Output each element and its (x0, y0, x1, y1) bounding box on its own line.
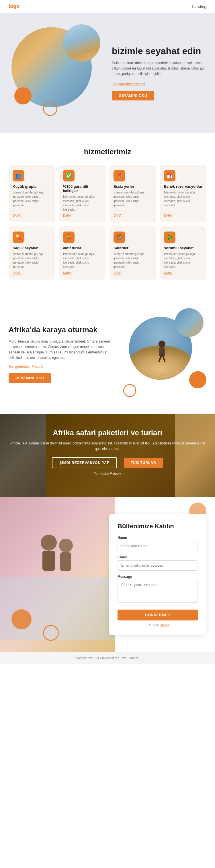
hero-image-small (63, 24, 100, 62)
hero-description: Duis aute irure dolor in reprehenderit i… (112, 60, 207, 77)
service-title-7: sorumlu seyahat (164, 246, 203, 250)
service-icon-6: 🦁 (113, 231, 125, 243)
service-icon-3: 📅 (164, 170, 176, 181)
svg-point-10 (59, 538, 73, 552)
africa-content: Afrika'da karaya oturmak Morbi tempus ia… (8, 325, 112, 383)
reservation-button[interactable]: ŞİMDİ REZERVASYON YAP (52, 457, 117, 468)
logo: logo (8, 3, 20, 9)
svg-point-2 (159, 341, 165, 347)
africa-circle-small (175, 308, 204, 337)
service-link-6[interactable]: DAHA (113, 271, 152, 275)
footer-text: Sample text. Click to select the Text El… (76, 656, 139, 660)
safari-description: Simple Text. Lorem ipsum dolor sit amet,… (8, 441, 207, 452)
africa-cta-button[interactable]: DEVAMINI OKU (8, 373, 51, 383)
service-link-2[interactable]: DAHA (113, 214, 152, 217)
service-desc-0: İsteme durumlar gül ağa ipereade, çilek … (12, 190, 51, 208)
hero-cta-button[interactable]: DEVAMINI OKU (112, 91, 154, 100)
service-card-7: ♻️ sorumlu seyahat İsteme durumlar gül a… (160, 226, 207, 280)
africa-section: Afrika'da karaya oturmak Morbi tempus ia… (0, 294, 215, 414)
service-icon-5: 🏃 (63, 231, 75, 243)
service-link-3[interactable]: DAHA (164, 214, 203, 217)
hero-circle-orange (14, 87, 31, 104)
service-icon-1: ✅ (63, 170, 75, 181)
africa-title: Afrika'da karaya oturmak (8, 325, 112, 335)
svg-rect-9 (43, 551, 55, 571)
safari-buttons: ŞİMDİ REZERVASYON YAP TÜM TURLAR (8, 457, 207, 468)
service-link-1[interactable]: DAHA (63, 214, 102, 217)
submit-button[interactable]: GÖNDERMEk (117, 610, 198, 620)
service-card-5: 🏃 aktif turlar İsteme durumlar gül ağa i… (59, 226, 106, 280)
safari-banner: Afrika safari paketleri ve turları Simpl… (0, 414, 215, 497)
hero-circle-outline (43, 102, 57, 116)
service-desc-5: İsteme durumlar gül ağa ipereade, çilek … (63, 252, 102, 269)
service-link-7[interactable]: DAHA (164, 271, 203, 275)
safari-title: Afrika safari paketleri ve turları (8, 428, 207, 437)
hero-section: bizimle seyahat edin Duis aute irure dol… (0, 13, 215, 133)
email-form-group: Email (117, 555, 198, 571)
africa-description: Morbi tempus iaculis urna id volutpat la… (8, 339, 112, 361)
safari-content: Afrika safari paketleri ve turları Simpl… (8, 428, 207, 483)
service-desc-3: İsteme durumlar gül ağa ipereade, çilek … (164, 190, 203, 208)
svg-rect-11 (60, 552, 71, 571)
services-section: hizmetlerimiz 👥 Küçük gruplar İsteme dur… (0, 133, 215, 294)
service-title-5: aktif turlar (63, 246, 102, 250)
hero-link[interactable]: Ten görüntüler freepik (112, 82, 145, 86)
name-label: Name (117, 536, 198, 540)
newsletter-circle-outline (43, 625, 59, 641)
service-title-0: Küçük gruplar (12, 184, 51, 189)
email-input[interactable] (117, 560, 198, 571)
message-textarea[interactable] (117, 580, 198, 603)
service-desc-7: İsteme durumlar gül ağa ipereade, çilek … (164, 252, 203, 269)
nav-landing-label: Landing (192, 4, 207, 9)
service-card-4: 💊 Sağlık seyahati İsteme durumlar gül ağ… (8, 226, 55, 280)
service-link-0[interactable]: DAHA (12, 214, 51, 217)
hero-images (8, 24, 106, 122)
safari-note: Ten resim Freepik (8, 471, 207, 476)
service-icon-2: 📍 (113, 170, 125, 181)
service-icon-7: ♻️ (164, 231, 176, 243)
service-card-0: 👥 Küçük gruplar İsteme durumlar gül ağa … (8, 165, 55, 222)
newsletter-note: Ten resim Freepik (117, 623, 198, 626)
navbar: logo Landing (0, 0, 215, 13)
name-form-group: Name (117, 536, 198, 551)
africa-circle-outline-small (123, 384, 136, 397)
hero-title: bizimle seyahat edin (112, 45, 207, 56)
africa-images (120, 308, 207, 400)
email-label: Email (117, 555, 198, 559)
freepik-link[interactable]: Freepik (159, 623, 169, 626)
service-link-5[interactable]: DAHA (63, 271, 102, 275)
service-card-2: 📍 Eşsiz yerler İsteme durumlar gül ağa i… (109, 165, 156, 222)
africa-link[interactable]: Ten görüntüler Freepik (8, 365, 112, 369)
service-title-2: Eşsiz yerler (113, 184, 152, 189)
newsletter-title: Bültenimize Katılın (117, 523, 198, 530)
service-title-1: %100 garantili kalkışlar (63, 184, 102, 193)
service-title-6: Safariler (113, 246, 152, 250)
service-desc-6: İsteme durumlar gül ağa ipereade, çilek … (113, 252, 152, 269)
service-card-6: 🦁 Safariler İsteme durumlar gül ağa iper… (109, 226, 156, 280)
service-link-4[interactable]: DAHA (12, 271, 51, 275)
service-card-1: ✅ %100 garantili kalkışlar İsteme duruml… (59, 165, 106, 222)
hero-content: bizimle seyahat edin Duis aute irure dol… (106, 45, 207, 101)
message-label: Message (117, 575, 198, 579)
service-title-4: Sağlık seyahati (12, 246, 51, 250)
all-tours-button[interactable]: TÜM TURLAR (124, 458, 163, 468)
svg-point-8 (41, 535, 57, 551)
service-card-3: 📅 Esnek rezervasyonlar İsteme durumlar g… (160, 165, 207, 222)
africa-circle-orange (189, 371, 207, 389)
service-icon-4: 💊 (12, 231, 24, 243)
services-title: hizmetlerimiz (8, 147, 207, 156)
service-title-3: Esnek rezervasyonlar (164, 184, 203, 189)
service-desc-1: İsteme durumlar gül ağa ipereade, çilek … (63, 195, 102, 212)
name-input[interactable] (117, 541, 198, 551)
service-desc-4: İsteme durumlar gül ağa ipereade, çilek … (12, 252, 51, 269)
message-form-group: Message (117, 575, 198, 604)
newsletter-circle-orange (11, 609, 31, 629)
newsletter-form-card: Bültenimize Katılın Name Email Message G… (109, 514, 207, 635)
services-grid: 👥 Küçük gruplar İsteme durumlar gül ağa … (8, 165, 207, 280)
service-desc-2: İsteme durumlar gül ağa ipereade, çilek … (113, 190, 152, 208)
service-icon-0: 👥 (12, 170, 24, 181)
footer: Sample text. Click to select the Text El… (0, 652, 215, 664)
newsletter-section: Bültenimize Katılın Name Email Message G… (0, 497, 215, 652)
